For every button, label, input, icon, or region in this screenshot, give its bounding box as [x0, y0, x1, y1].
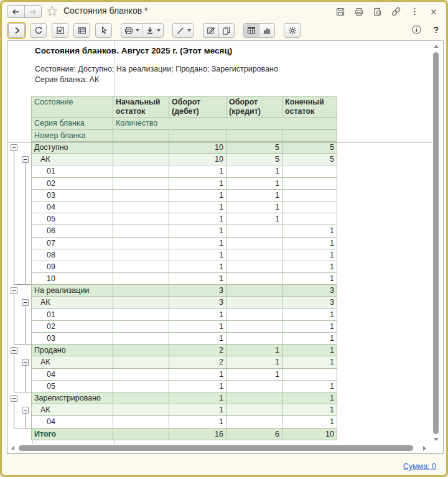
cell-value[interactable]: [113, 273, 169, 285]
cell-value[interactable]: 1: [169, 416, 226, 428]
cell-value[interactable]: 1: [226, 190, 282, 201]
cell-value[interactable]: [282, 165, 337, 177]
header-turnover-credit[interactable]: Оборот (кредит): [226, 96, 282, 118]
cell-value[interactable]: 2: [169, 356, 226, 368]
cell-value[interactable]: 1: [226, 165, 282, 177]
cell-value[interactable]: [113, 404, 169, 416]
cell-value[interactable]: [113, 356, 169, 368]
header-opening-balance[interactable]: Начальный остаток: [113, 96, 169, 118]
print-preview-icon[interactable]: [372, 6, 383, 17]
cell-value[interactable]: [113, 225, 169, 237]
cell-value[interactable]: [113, 309, 169, 321]
cell-value[interactable]: 3: [282, 285, 337, 297]
print-icon[interactable]: [353, 6, 364, 17]
collapse-toggle[interactable]: [22, 359, 29, 366]
save-document-button[interactable]: [142, 24, 163, 37]
row-label[interactable]: АК: [31, 297, 113, 308]
save-icon[interactable]: [335, 6, 345, 17]
vertical-scroll-thumb[interactable]: [433, 52, 439, 434]
scroll-left-arrow[interactable]: [11, 446, 14, 451]
header-turnover-debit[interactable]: Оборот (дебет): [169, 96, 226, 118]
row-label[interactable]: Итого: [31, 428, 113, 440]
cell-value[interactable]: 5: [226, 154, 282, 165]
cell-value[interactable]: [113, 154, 169, 165]
cell-value[interactable]: [113, 333, 169, 345]
cell-value[interactable]: 1: [282, 249, 337, 261]
cell-value[interactable]: 1: [282, 381, 337, 392]
cell-value[interactable]: 5: [282, 142, 337, 154]
close-icon[interactable]: [428, 6, 439, 17]
cell-value[interactable]: 5: [226, 142, 282, 154]
chart-view-button[interactable]: [259, 24, 274, 37]
grid-button[interactable]: [73, 23, 90, 38]
help-icon[interactable]: ?: [433, 25, 439, 35]
collapse-toggle[interactable]: [22, 407, 29, 414]
cell-value[interactable]: 1: [169, 369, 226, 381]
cell-value[interactable]: [113, 249, 169, 261]
row-label[interactable]: 03: [31, 190, 113, 201]
print-button[interactable]: [121, 24, 142, 37]
back-button[interactable]: [7, 6, 24, 17]
cell-value[interactable]: [113, 261, 169, 273]
cell-value[interactable]: 1: [226, 201, 282, 213]
fit-to-window-button[interactable]: [52, 23, 68, 38]
row-label[interactable]: 04: [31, 416, 113, 428]
cell-value[interactable]: 1: [282, 345, 337, 356]
collapse-toggle[interactable]: [22, 156, 29, 163]
cell-value[interactable]: 1: [169, 201, 226, 213]
row-label[interactable]: 03: [31, 333, 113, 345]
cell-value[interactable]: [113, 345, 169, 356]
header-series[interactable]: Серия бланка: [31, 118, 113, 130]
cell-value[interactable]: [226, 297, 282, 308]
row-label[interactable]: 07: [31, 238, 113, 249]
scroll-right-arrow[interactable]: [423, 446, 426, 451]
cell-value[interactable]: 2: [169, 345, 226, 356]
cell-value[interactable]: [226, 416, 282, 428]
row-label[interactable]: 01: [31, 309, 113, 321]
cell-value[interactable]: [226, 261, 282, 273]
cell-value[interactable]: 1: [169, 321, 226, 333]
row-label[interactable]: 09: [31, 261, 113, 273]
cell-value[interactable]: [282, 369, 337, 381]
cell-value[interactable]: 5: [282, 154, 337, 165]
cell-value[interactable]: [113, 238, 169, 249]
cell-value[interactable]: 1: [169, 178, 226, 190]
cell-value[interactable]: 1: [169, 261, 226, 273]
cell-value[interactable]: [226, 225, 282, 237]
scroll-down-arrow[interactable]: [434, 438, 439, 441]
cell-value[interactable]: 1: [226, 345, 282, 356]
row-label[interactable]: 05: [31, 381, 113, 392]
row-label[interactable]: Доступно: [31, 142, 113, 154]
cell-value[interactable]: 1: [169, 249, 226, 261]
cell-value[interactable]: [113, 201, 169, 213]
cell-value[interactable]: [113, 381, 169, 392]
row-label[interactable]: 02: [31, 321, 113, 333]
cell-value[interactable]: 1: [169, 213, 226, 225]
cell-value[interactable]: 1: [282, 309, 337, 321]
cell-value[interactable]: [282, 213, 337, 225]
cell-value[interactable]: [282, 201, 337, 213]
row-label[interactable]: 04: [31, 369, 113, 381]
cell-value[interactable]: 1: [169, 309, 226, 321]
cell-value[interactable]: 1: [282, 225, 337, 237]
cell-value[interactable]: 3: [169, 285, 226, 297]
cell-value[interactable]: [113, 428, 169, 440]
cell-value[interactable]: 1: [169, 190, 226, 201]
cell-value[interactable]: [226, 309, 282, 321]
cell-value[interactable]: 1: [282, 392, 337, 404]
collapse-toggle[interactable]: [22, 299, 29, 306]
cell-value[interactable]: 1: [226, 356, 282, 368]
cell-value[interactable]: 1: [169, 273, 226, 285]
get-link-icon[interactable]: [391, 6, 401, 17]
refresh-button[interactable]: [30, 23, 47, 38]
edit-button[interactable]: [203, 24, 218, 37]
cell-value[interactable]: 6: [226, 428, 282, 440]
cell-value[interactable]: [113, 392, 169, 404]
horizontal-scroll-thumb[interactable]: [19, 445, 413, 451]
settings-button[interactable]: [284, 23, 301, 38]
collapse-toggle[interactable]: [11, 287, 17, 294]
scroll-up-arrow[interactable]: [434, 45, 439, 48]
cell-value[interactable]: [113, 142, 169, 154]
generate-button[interactable]: [8, 23, 25, 38]
row-label[interactable]: АК: [31, 356, 113, 368]
